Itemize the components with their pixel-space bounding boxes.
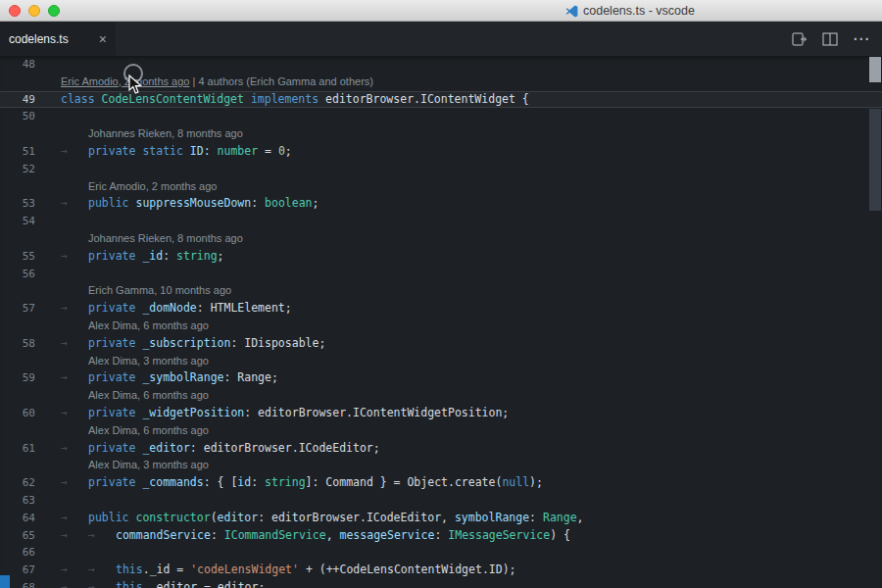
code-line-content: →public suppressMouseDown: boolean; <box>35 195 318 213</box>
code-token: editor <box>218 511 259 524</box>
code-row: 65→→commandService: ICommandService, mes… <box>0 527 882 545</box>
code-token: 'codeLensWidget' <box>190 563 299 576</box>
close-window-button[interactable] <box>9 5 21 17</box>
tab-close-icon[interactable]: × <box>99 32 107 46</box>
split-editor-icon[interactable] <box>822 32 838 46</box>
tab-whitespace-arrow-icon: → <box>61 335 88 353</box>
line-number <box>0 353 35 370</box>
more-actions-icon[interactable]: ⋯ <box>853 28 870 49</box>
code-token: : editorBrowser.ICodeEditor, <box>258 511 455 524</box>
codelens-link[interactable]: Alex Dima, 3 months ago <box>88 459 209 470</box>
line-number <box>0 457 35 474</box>
code-token: ._editor = editor; <box>143 580 266 588</box>
code-row: 55→private _id: string; <box>0 248 882 266</box>
codelens-content: Eric Amodio, 2 months ago <box>35 178 217 196</box>
code-token: private <box>88 406 142 419</box>
code-token: IMessageService <box>448 528 550 542</box>
code-row: 59→private _symbolRange: Range; <box>0 369 882 387</box>
code-line-content: class CodeLensContentWidget implements e… <box>35 91 529 109</box>
zoom-window-button[interactable] <box>48 5 60 17</box>
code-token: number <box>218 144 259 158</box>
editor-rows: 48Eric Amodio, 2 months ago | 4 authors … <box>0 56 882 588</box>
tab-whitespace-arrow-icon: → <box>61 527 88 545</box>
code-token: ; <box>285 144 292 158</box>
codelens-content: Alex Dima, 6 months ago <box>35 387 209 405</box>
code-line-content <box>35 108 61 125</box>
code-line-content: →public constructor(editor: editorBrowse… <box>35 510 584 527</box>
code-token: : <box>204 144 218 158</box>
codelens-content: Johannes Rieken, 8 months ago <box>35 125 243 143</box>
code-token: boolean <box>265 196 312 210</box>
codelens-link[interactable]: Alex Dima, 6 months ago <box>88 319 209 331</box>
codelens-link[interactable]: Erich Gamma, 10 months ago <box>88 284 231 296</box>
codelens-link[interactable]: Johannes Rieken, 8 months ago <box>88 127 243 139</box>
scrollbar-thumb[interactable] <box>869 57 881 82</box>
code-line-content: →private _domNode: HTMLElement; <box>35 300 292 318</box>
code-token: + (++CodeLensContentWidget.ID); <box>299 563 516 576</box>
codelens-link[interactable]: Eric Amodio, 2 months ago <box>88 180 217 192</box>
code-row: 68→→this._editor = editor; <box>0 579 882 588</box>
code-row: 54 <box>0 213 882 230</box>
codelens-link[interactable]: Johannes Rieken, 8 months ago <box>88 232 243 244</box>
tab-bar: codelens.ts × ⋯ <box>0 22 882 56</box>
code-token: private <box>88 370 142 384</box>
vscode-icon <box>565 5 578 18</box>
code-token: private <box>88 475 142 489</box>
line-number: 62 <box>0 474 35 492</box>
line-number: 63 <box>0 492 35 510</box>
code-token: : <box>434 528 448 542</box>
line-number: 61 <box>0 440 35 458</box>
line-number <box>0 318 35 335</box>
codelens-content: Alex Dima, 6 months ago <box>35 318 209 335</box>
codelens-content: Erich Gamma, 10 months ago <box>35 282 231 300</box>
overview-ruler-decoration <box>869 109 881 211</box>
title-bar[interactable]: codelens.ts - vscode <box>0 0 882 22</box>
code-token: ICommandService <box>224 528 326 542</box>
line-number: 65 <box>0 527 35 545</box>
code-line-content <box>35 266 61 283</box>
code-token: ._id = <box>143 563 190 576</box>
code-token: : { [ <box>204 475 238 489</box>
codelens-link[interactable]: Alex Dima, 6 months ago <box>88 424 209 436</box>
codelens-row: Eric Amodio, 2 months ago <box>0 178 882 196</box>
codelens-link[interactable]: Alex Dima, 6 months ago <box>88 389 209 401</box>
code-token: id <box>237 475 251 489</box>
tab-whitespace-arrow-icon: → <box>61 440 88 458</box>
code-token: string <box>265 475 306 489</box>
code-token: : IDisposable; <box>230 336 325 350</box>
code-token: , <box>577 511 584 524</box>
line-number: 52 <box>0 161 35 178</box>
code-line-content <box>35 492 61 510</box>
code-row: 66 <box>0 544 882 562</box>
code-row: 53→public suppressMouseDown: boolean; <box>0 195 882 213</box>
tab-whitespace-arrow-icon: → <box>61 369 88 387</box>
tab-whitespace-arrow-icon: → <box>88 562 116 579</box>
code-row: 57→private _domNode: HTMLElement; <box>0 300 882 318</box>
traffic-lights <box>9 5 60 17</box>
open-changes-icon[interactable] <box>792 32 808 46</box>
code-editor[interactable]: 48Eric Amodio, 2 months ago | 4 authors … <box>0 56 882 588</box>
code-line-content <box>35 544 61 562</box>
code-token: symbolRange <box>455 511 529 524</box>
code-token: , <box>326 528 340 542</box>
codelens-row: Alex Dima, 3 months ago <box>0 457 882 474</box>
line-number: 58 <box>0 335 35 353</box>
line-number <box>0 125 35 143</box>
code-token: suppressMouseDown <box>135 196 251 210</box>
code-row: 63 <box>0 492 882 510</box>
line-number <box>0 230 35 248</box>
tab-whitespace-arrow-icon: → <box>88 579 116 588</box>
code-token: _domNode <box>142 301 196 315</box>
line-number <box>0 74 35 91</box>
code-token: ID <box>190 144 204 158</box>
code-row: 64→public constructor(editor: editorBrow… <box>0 510 882 527</box>
tab-label: codelens.ts <box>9 32 91 46</box>
line-number: 48 <box>0 56 35 74</box>
tab-codelens-ts[interactable]: codelens.ts × <box>0 22 116 56</box>
code-token: this <box>116 580 143 588</box>
code-token: _widgetPosition <box>142 406 244 419</box>
codelens-link[interactable]: Alex Dima, 3 months ago <box>88 355 209 367</box>
code-token: messageService <box>340 528 435 542</box>
tab-whitespace-arrow-icon: → <box>61 248 88 266</box>
minimize-window-button[interactable] <box>28 5 40 17</box>
